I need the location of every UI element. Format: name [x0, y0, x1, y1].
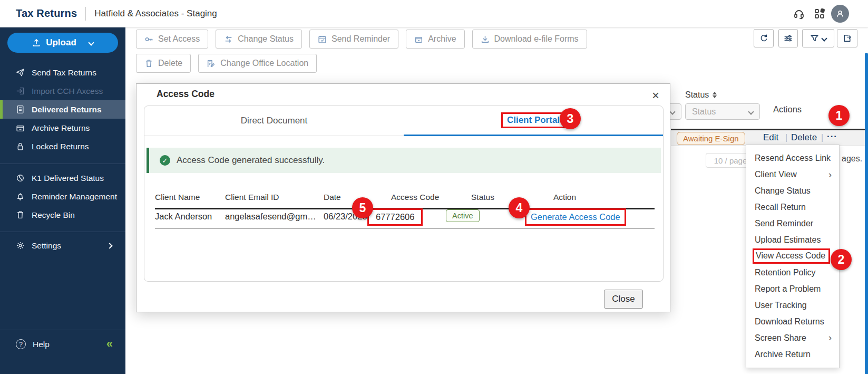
sidebar-item-label: K1 Delivered Status [32, 174, 104, 183]
menu-item-user-tracking[interactable]: User Tracking [746, 297, 839, 313]
trash-icon [144, 59, 153, 68]
download-icon [481, 35, 490, 44]
download-efile-forms-button[interactable]: Download e-file Forms [472, 30, 587, 49]
delete-button[interactable]: Delete [136, 54, 191, 73]
link-separator: | [785, 133, 787, 142]
menu-item-archive-return[interactable]: Archive Return [746, 346, 839, 362]
toolbar-row-1: Set Access Change Status Send Reminder [136, 30, 587, 49]
status-column-header[interactable]: Status [685, 90, 717, 100]
menu-item-upload-estimates[interactable]: Upload Estimates [746, 232, 839, 248]
menu-item-send-reminder[interactable]: Send Reminder [746, 216, 839, 232]
menu-item-retention-policy[interactable]: Retention Policy [746, 264, 839, 281]
upload-label: Upload [46, 37, 76, 48]
sidebar-item-label: Import CCH Axcess [32, 87, 103, 96]
menu-item-recall-return[interactable]: Recall Return [746, 199, 839, 216]
filter-button[interactable] [802, 29, 834, 47]
calendar-check-icon [318, 35, 327, 44]
column-settings-button[interactable] [778, 29, 798, 47]
chevron-down-icon [748, 109, 754, 114]
table-row-border [155, 228, 655, 229]
change-office-location-button[interactable]: Change Office Location [198, 54, 317, 73]
lock-icon [16, 142, 25, 151]
header-divider [85, 7, 86, 21]
k1-status-icon [16, 174, 25, 183]
sidebar-item-import-cch-axcess: Import CCH Axcess [0, 82, 125, 100]
success-banner-text: Access Code generated successfully. [177, 155, 325, 166]
status-filter-dropdown[interactable]: Status [685, 103, 760, 120]
sidebar-item-label: Delivered Returns [32, 105, 102, 114]
column-header-client-name: Client Name [155, 193, 200, 202]
archive-box-icon [414, 35, 423, 44]
menu-item-download-returns[interactable]: Download Returns [746, 313, 839, 330]
pagination-text-fragment: ages. [842, 154, 862, 164]
annotation-callout-2: 2 [831, 249, 852, 270]
sidebar: Upload Send Tax Returns Import CCH Axces… [0, 27, 125, 374]
menu-item-change-status[interactable]: Change Status [746, 183, 839, 199]
upload-button[interactable]: Upload [7, 33, 118, 53]
access-code-modal: Access Code × Direct Document Client Por… [136, 83, 670, 312]
sidebar-item-settings[interactable]: Settings [0, 236, 125, 255]
delete-link[interactable]: Delete [791, 132, 817, 143]
column-header-status: Status [471, 193, 494, 202]
set-access-button[interactable]: Set Access [136, 30, 208, 49]
user-avatar[interactable] [831, 5, 849, 23]
sidebar-item-reminder-management[interactable]: Reminder Management [0, 187, 125, 206]
apps-grid-icon[interactable] [813, 7, 826, 20]
sidebar-item-locked-returns[interactable]: Locked Returns [0, 137, 125, 156]
refresh-button[interactable] [754, 29, 774, 47]
annotation-callout-5: 5 [352, 197, 373, 218]
toolbar-row-2: Delete Change Office Location [136, 54, 317, 73]
collapse-sidebar-icon[interactable]: « [106, 337, 113, 351]
change-status-button[interactable]: Change Status [216, 30, 302, 49]
cell-client-email: angelasafesend@gm… [225, 212, 316, 222]
sidebar-item-label: Locked Returns [32, 142, 89, 151]
edit-link[interactable]: Edit [763, 132, 778, 143]
annotation-callout-3: 3 [560, 108, 581, 129]
question-mark-icon: ? [16, 339, 26, 349]
menu-item-view-access-code[interactable]: View Access Code [746, 248, 839, 265]
app-window: Tax Returns Hatfield & Associates - Stag… [0, 0, 868, 374]
archive-button[interactable]: Archive [406, 30, 464, 49]
generate-access-code-link[interactable]: Generate Access Code [531, 212, 620, 222]
send-reminder-button[interactable]: Send Reminder [309, 30, 398, 49]
menu-item-screen-share[interactable]: Screen Share› [746, 330, 839, 346]
key-icon [144, 35, 153, 44]
menu-item-report-a-problem[interactable]: Report a Problem [746, 281, 839, 297]
sidebar-item-label: Send Tax Returns [32, 68, 96, 78]
sidebar-item-help[interactable]: ? Help « [0, 335, 125, 353]
sidebar-item-send-tax-returns[interactable]: Send Tax Returns [0, 63, 125, 82]
window-edge-highlight [865, 53, 868, 374]
tab-client-portal[interactable]: Client Portal [404, 106, 663, 136]
document-icon [16, 105, 25, 114]
tab-direct-document[interactable]: Direct Document [144, 106, 404, 136]
archive-icon [16, 123, 25, 132]
annotation-box-2: View Access Code [753, 248, 830, 264]
export-button[interactable] [837, 29, 857, 47]
actions-column-header: Actions [773, 104, 802, 114]
sidebar-item-archive-returns[interactable]: Archive Returns [0, 119, 125, 137]
menu-item-client-view[interactable]: Client View› [746, 167, 839, 183]
column-header-client-email: Client Email ID [225, 193, 279, 202]
sidebar-item-label: Archive Returns [32, 123, 90, 133]
status-badge: Awaiting E-Sign [677, 132, 745, 145]
chevron-down-icon [669, 109, 675, 114]
chevron-down-icon [88, 40, 94, 45]
gear-icon [16, 241, 25, 250]
annotation-box-5: 67772606 [367, 208, 423, 226]
more-actions-icon[interactable]: ··· [827, 131, 837, 142]
close-icon[interactable]: × [652, 89, 659, 102]
sidebar-item-delivered-returns[interactable]: Delivered Returns [0, 100, 125, 119]
headset-support-icon[interactable] [793, 7, 805, 20]
modal-title: Access Code [157, 89, 214, 100]
modal-tab-panel: Direct Document Client Portal ✓ Access C… [144, 106, 664, 282]
modal-close-button[interactable]: Close [604, 290, 643, 309]
sidebar-item-label: Settings [32, 241, 61, 251]
submenu-chevron-icon: › [828, 332, 832, 343]
sidebar-item-recycle-bin[interactable]: Recycle Bin [0, 206, 125, 224]
sidebar-divider [0, 164, 125, 164]
active-status-badge: Active [446, 209, 480, 222]
sort-icon [713, 92, 717, 98]
annotation-box-3: Client Portal [501, 112, 565, 128]
menu-item-resend-access-link[interactable]: Resend Access Link [746, 150, 839, 167]
sidebar-item-k1-delivered-status[interactable]: K1 Delivered Status [0, 169, 125, 187]
